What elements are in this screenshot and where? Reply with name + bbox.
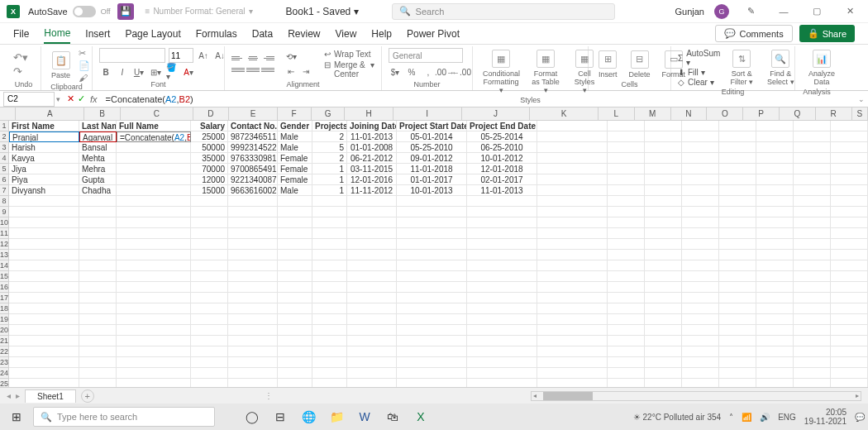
cell-J15[interactable]	[467, 271, 537, 282]
number-format-select[interactable]	[389, 48, 463, 63]
font-size-select[interactable]	[169, 48, 193, 63]
cell-P5[interactable]	[756, 164, 794, 174]
cell-Q8[interactable]	[794, 196, 831, 207]
cell-B10[interactable]	[79, 217, 117, 228]
cell-E6[interactable]: 9221340087	[228, 174, 278, 185]
cell-F4[interactable]: Female	[278, 153, 312, 164]
cell-B12[interactable]	[79, 239, 117, 250]
cell-B18[interactable]	[79, 303, 117, 314]
close-button[interactable]: ✕	[838, 0, 861, 23]
cell-G12[interactable]	[312, 239, 347, 250]
cell-G2[interactable]: 2	[312, 131, 347, 142]
cell-I13[interactable]	[397, 250, 467, 260]
cell-B4[interactable]: Mehta	[79, 153, 117, 164]
row-header-5[interactable]: 5	[0, 164, 8, 174]
cell-O14[interactable]	[719, 260, 756, 271]
cell-I4[interactable]: 09-01-2012	[397, 153, 467, 164]
wrap-text-button[interactable]: ↩Wrap Text	[324, 50, 374, 59]
cell-C18[interactable]	[117, 303, 191, 314]
cell-L2[interactable]	[608, 131, 645, 142]
row-header-13[interactable]: 13	[0, 250, 8, 260]
cell-N14[interactable]	[682, 260, 719, 271]
cell-D16[interactable]	[191, 282, 228, 293]
row-header-12[interactable]: 12	[0, 239, 8, 250]
add-sheet-button[interactable]: +	[81, 389, 94, 403]
cell-K10[interactable]	[537, 217, 608, 228]
cell-R22[interactable]	[831, 346, 868, 357]
cell-D3[interactable]: 50000	[191, 142, 228, 153]
cell-E2[interactable]: 9872346511	[228, 131, 278, 142]
row-header-1[interactable]: 1	[0, 121, 8, 131]
increase-indent-button[interactable]: ⇥	[299, 65, 312, 79]
fx-icon[interactable]: fx	[90, 94, 98, 104]
select-all-corner[interactable]	[0, 108, 16, 120]
cell-F14[interactable]	[278, 260, 312, 271]
cell-E11[interactable]	[228, 228, 278, 239]
cell-K8[interactable]	[537, 196, 608, 207]
cell-M19[interactable]	[645, 314, 682, 325]
cell-N1[interactable]	[682, 121, 719, 131]
find-select-button[interactable]: 🔍Find & Select ▾	[763, 48, 798, 88]
user-name[interactable]: Gunjan	[675, 7, 704, 17]
search-box[interactable]: 🔍 Search	[392, 3, 615, 20]
cell-Q13[interactable]	[794, 250, 831, 260]
toggle-switch[interactable]	[73, 6, 96, 17]
column-header-C[interactable]: C	[121, 108, 193, 120]
cell-P21[interactable]	[756, 336, 794, 346]
cell-C21[interactable]	[117, 336, 191, 346]
sheet-tab-sheet1[interactable]: Sheet1	[25, 389, 76, 403]
cell-J22[interactable]	[467, 346, 537, 357]
cell-M24[interactable]	[645, 368, 682, 379]
redo-button[interactable]: ↷	[13, 65, 28, 78]
cell-A10[interactable]	[9, 217, 79, 228]
column-header-O[interactable]: O	[707, 108, 743, 120]
cell-H13[interactable]	[347, 250, 397, 260]
cell-M9[interactable]	[645, 207, 682, 217]
cell-N20[interactable]	[682, 325, 719, 336]
tab-power-pivot[interactable]: Power Pivot	[407, 25, 460, 43]
cell-M5[interactable]	[645, 164, 682, 174]
cell-P17[interactable]	[756, 293, 794, 303]
cell-F18[interactable]	[278, 303, 312, 314]
cell-A18[interactable]	[9, 303, 79, 314]
cell-G21[interactable]	[312, 336, 347, 346]
cell-O9[interactable]	[719, 207, 756, 217]
cell-G22[interactable]	[312, 346, 347, 357]
column-header-G[interactable]: G	[312, 108, 346, 120]
cell-R23[interactable]	[831, 357, 868, 368]
column-header-F[interactable]: F	[278, 108, 312, 120]
cell-R10[interactable]	[831, 217, 868, 228]
cell-A20[interactable]	[9, 325, 79, 336]
cell-H15[interactable]	[347, 271, 397, 282]
cell-O17[interactable]	[719, 293, 756, 303]
cell-R9[interactable]	[831, 207, 868, 217]
cell-Q10[interactable]	[794, 217, 831, 228]
cell-I14[interactable]	[397, 260, 467, 271]
cell-N21[interactable]	[682, 336, 719, 346]
cell-B13[interactable]	[79, 250, 117, 260]
autosave-toggle[interactable]: AutoSave Off	[28, 6, 111, 17]
cell-E7[interactable]: 9663616002	[228, 185, 278, 196]
cell-Q1[interactable]	[794, 121, 831, 131]
cell-Q15[interactable]	[794, 271, 831, 282]
cell-L7[interactable]	[608, 185, 645, 196]
cell-B23[interactable]	[79, 357, 117, 368]
comments-button[interactable]: 💬Comments	[715, 25, 792, 42]
cell-R17[interactable]	[831, 293, 868, 303]
cell-I11[interactable]	[397, 228, 467, 239]
cell-E4[interactable]: 9763330981	[228, 153, 278, 164]
cell-J10[interactable]	[467, 217, 537, 228]
wifi-icon[interactable]: 📶	[742, 413, 751, 422]
cell-N22[interactable]	[682, 346, 719, 357]
cell-M6[interactable]	[645, 174, 682, 185]
cell-C16[interactable]	[117, 282, 191, 293]
cell-F10[interactable]	[278, 217, 312, 228]
cell-H7[interactable]: 11-11-2012	[347, 185, 397, 196]
cell-B16[interactable]	[79, 282, 117, 293]
cell-E13[interactable]	[228, 250, 278, 260]
cell-H3[interactable]: 01-01-2008	[347, 142, 397, 153]
enter-formula-button[interactable]: ✓	[78, 93, 85, 104]
cell-J8[interactable]	[467, 196, 537, 207]
row-header-22[interactable]: 22	[0, 346, 8, 357]
cell-J9[interactable]	[467, 207, 537, 217]
